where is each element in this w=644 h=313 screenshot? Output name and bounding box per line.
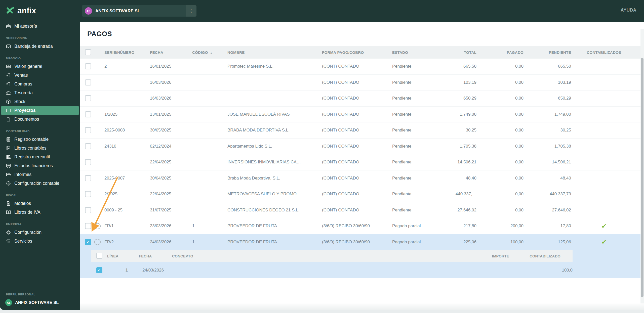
subtable-row[interactable]: ✓124/03/2026100,0 (91, 262, 573, 278)
sidebar-item-registro-contable[interactable]: Registro contable (0, 135, 80, 144)
open-book-icon (6, 210, 11, 215)
content-card: PAGOS SERIE/NÚMEROFECHACÓDIGO▲NOMBREFORM… (80, 22, 644, 303)
cell-fecha: 31/07/2025 (150, 208, 192, 213)
ledger-book-icon (6, 146, 11, 151)
column-header-forma-pago-cobro: FORMA PAGO/COBRO (322, 50, 392, 55)
subtable-header-checkbox-cell (96, 253, 107, 259)
sidebar-item-libros-contables[interactable]: Libros contables (0, 144, 80, 153)
row-checkbox[interactable] (85, 159, 91, 165)
table-row[interactable]: +FR/123/03/20261PROVEEDOR DE FRUTA(3/6/9… (80, 218, 640, 234)
row-check-cell (85, 95, 104, 101)
table-body: 216/01/2025Promotec Maresme S.L.(CONT) C… (80, 59, 644, 278)
scrollbar[interactable] (640, 29, 644, 303)
sidebar-item-label: Ventas (14, 73, 28, 78)
cell-pagado: 0,00 (476, 208, 524, 213)
sidebar-item-estados-financieros[interactable]: Estados financieros (0, 161, 80, 170)
sidebar-item-informes[interactable]: Informes (0, 170, 80, 179)
cell-forma-pago: (CONT) CONTADO (322, 144, 392, 149)
sidebar-item-modelos[interactable]: Modelos (0, 199, 80, 208)
sidebar-item-bandeja-de-entrada[interactable]: Bandeja de entrada (0, 42, 80, 51)
row-checkbox[interactable] (85, 175, 91, 181)
sidebar-item-registro-mercantil[interactable]: Registro mercantil (0, 153, 80, 161)
sidebar-item-configuracion-contable[interactable]: Configuración contable (0, 179, 80, 188)
column-header-fecha: FECHA (150, 50, 192, 55)
subcolumn-header-fecha: FECHA (139, 254, 172, 258)
select-all-checkbox[interactable] (85, 49, 91, 55)
company-selector-stepper[interactable]: ▲ ▼ (186, 5, 196, 17)
sidebar-item-configuracion[interactable]: Configuración (0, 228, 80, 237)
sidebar-item-stock[interactable]: Stock (0, 97, 80, 106)
sidebar-item-libros-de-iva[interactable]: Libros de IVA (0, 208, 80, 217)
table-row[interactable]: 22/04/2025INVERSIONES INMOVILIARIAS CA…(… (80, 154, 640, 170)
company-selector[interactable]: AS ANFIX SOFTWARE SL ▲ ▼ (82, 5, 196, 17)
profile-company[interactable]: AS ANFIX SOFTWARE SL (0, 299, 80, 306)
cell-pendiente: 125,06 (524, 240, 571, 245)
anfix-logo-icon (6, 7, 15, 15)
cell-total: 650,29 (436, 96, 476, 101)
cell-estado: Pendiente (392, 128, 436, 133)
row-checkbox[interactable] (85, 191, 91, 197)
row-checkbox[interactable] (85, 223, 91, 229)
row-checkbox[interactable] (85, 143, 91, 149)
expand-row-button[interactable]: + (94, 223, 101, 229)
cell-nombre: INVERSIONES INMOVILIARIAS CA… (227, 160, 322, 165)
header-checkbox-cell (85, 49, 104, 55)
sidebar-item-label: Stock (14, 99, 25, 104)
row-checkbox[interactable] (85, 127, 91, 133)
sidebar-item-proyectos[interactable]: Proyectos (1, 106, 79, 115)
sidebar-item-label: Informes (14, 172, 31, 177)
line-importe-value: 100,0 (560, 268, 573, 273)
cell-estado: Pendiente (392, 176, 436, 181)
sidebar-item-servicios[interactable]: Servicios (0, 237, 80, 246)
table-row[interactable]: 216/01/2025Promotec Maresme S.L.(CONT) C… (80, 59, 640, 75)
table-row[interactable]: 1/202513/01/2025JOSE MANUEL ESCOLÁ RIVAS… (80, 107, 640, 123)
line-fecha: 24/03/2026 (139, 268, 172, 273)
cell-pagado: 200,00 (476, 223, 524, 229)
subtable-header-row: LÍNEAFECHACONCEPTOIMPORTECONTABILIZADO (91, 250, 573, 262)
cell-nombre: CONSTRUCCIONES DEGEO 21 S.L. (227, 208, 322, 213)
archive-drawer-icon (6, 108, 11, 113)
sidebar-item-compras[interactable]: Compras (0, 80, 80, 88)
sidebar-item-ventas[interactable]: Ventas (0, 71, 80, 80)
row-checkbox[interactable] (85, 79, 91, 85)
row-check-cell (85, 111, 104, 117)
row-check-cell (85, 79, 104, 85)
cell-serie: FR/2 (104, 240, 150, 245)
help-link[interactable]: AYUDA (621, 8, 636, 13)
table-row[interactable]: 0009 - 2531/07/2025CONSTRUCCIONES DEGEO … (80, 202, 640, 218)
sidebar-item-documentos[interactable]: Documentos (0, 115, 80, 124)
subcolumn-header-contabilizado: CONTABILIZADO (509, 254, 560, 258)
row-checkbox[interactable] (85, 63, 91, 69)
table-row[interactable]: 2025-000730/04/2025Braba Moda Deportiva,… (80, 170, 640, 187)
row-checkbox[interactable]: ✓ (85, 239, 91, 245)
collapse-row-button[interactable]: − (94, 239, 101, 245)
row-checkbox[interactable] (85, 95, 91, 101)
sidebar-item-label: Servicios (14, 239, 32, 244)
cell-total: 665,50 (436, 64, 476, 69)
sidebar-item-tesoreria[interactable]: Tesorería (0, 88, 80, 97)
row-checkbox[interactable] (85, 207, 91, 213)
select-all-lines-checkbox[interactable] (96, 253, 102, 259)
sidebar-item-vision-general[interactable]: Visión general (0, 62, 80, 71)
sort-asc-icon[interactable]: ▲ (210, 52, 213, 54)
calculator-icon (6, 137, 11, 142)
cell-forma-pago: (3/6/9) RECIBO 30/60/90 (322, 223, 392, 229)
table-row[interactable]: 2/202522/04/2025METROVACESA SUELO Y PROM… (80, 186, 640, 202)
profile-section-label: PERFIL PERSONAL (6, 293, 80, 296)
storefront-icon (6, 239, 11, 244)
line-checkbox[interactable]: ✓ (96, 267, 102, 273)
table-row[interactable]: 2431002/12/2024Apartamentos Lido S.L.(CO… (80, 139, 640, 155)
table-row[interactable]: 16/03/2026(CONT) CONTADOPendiente650,290… (80, 91, 640, 107)
cell-fecha: 22/04/2025 (150, 192, 192, 197)
content-bottom-fade (80, 303, 644, 310)
cell-forma-pago: (CONT) CONTADO (322, 208, 392, 213)
cell-pendiente: 27.646,02 (524, 208, 571, 213)
sidebar-item-mi-asesoria[interactable]: Mi asesoría (0, 22, 80, 31)
table-row[interactable]: 2025-000830/05/2025BRABA MODA DEPORTIVA … (80, 122, 640, 139)
section-label-contabilidad: CONTABILIDAD (6, 130, 80, 133)
table-row[interactable]: ✓−FR/224/03/20261PROVEEDOR DE FRUTA(3/6/… (80, 234, 640, 250)
row-checkbox[interactable] (85, 111, 91, 117)
cell-total: 103,19 (436, 80, 476, 85)
scrollbar-thumb[interactable] (641, 58, 643, 297)
table-row[interactable]: 16/03/2026(CONT) CONTADOPendiente103,190… (80, 75, 640, 91)
